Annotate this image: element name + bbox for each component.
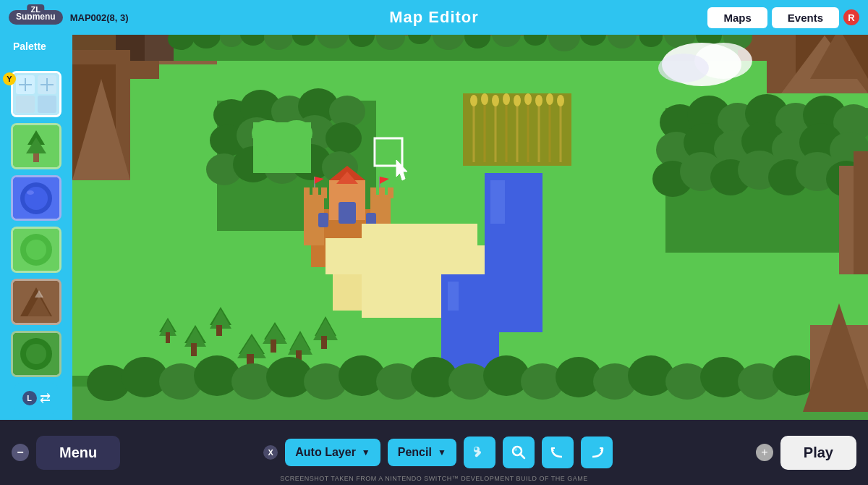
svg-point-100 [481, 93, 488, 105]
auto-layer-label: Auto Layer [295, 446, 356, 459]
svg-rect-112 [312, 187, 318, 198]
palette-item-tree[interactable] [11, 123, 61, 169]
top-tree-row [72, 35, 767, 61]
swap-icon: ⇄ [40, 390, 51, 406]
top-right-area: Maps Events R [707, 7, 859, 28]
tool-button-3[interactable] [542, 436, 574, 468]
svg-rect-3 [16, 96, 35, 113]
palette-sidebar: Y Palette [0, 35, 72, 420]
svg-point-103 [514, 95, 521, 106]
palette-item-grass-circle[interactable] [11, 227, 61, 273]
y-badge: Y [3, 72, 16, 85]
svg-rect-4 [38, 96, 56, 113]
svg-point-74 [329, 96, 365, 127]
bottom-bar: − Menu X Auto Layer ▼ Pencil ▼ [0, 420, 868, 485]
svg-point-61 [658, 54, 709, 83]
chevron-down-icon-2: ▼ [438, 447, 446, 457]
svg-rect-12 [33, 153, 39, 162]
svg-rect-116 [388, 187, 393, 198]
minus-icon: − [12, 444, 29, 461]
svg-rect-114 [370, 187, 376, 198]
svg-rect-120 [318, 213, 328, 227]
maps-button[interactable]: Maps [707, 7, 767, 28]
screenshot-notice: SCREENSHOT TAKEN FROM A NINTENDO SWITCH™… [280, 475, 588, 482]
svg-rect-113 [321, 187, 327, 198]
svg-point-101 [492, 95, 499, 106]
bottom-left: − Menu [12, 436, 120, 470]
events-button[interactable]: Events [772, 7, 839, 28]
svg-point-26 [26, 344, 46, 364]
svg-point-105 [535, 95, 542, 106]
svg-rect-177 [271, 340, 276, 353]
top-bar: ZL Submenu MAP002(8, 3) Map Editor Maps … [0, 0, 868, 35]
pencil-dropdown[interactable]: Pencil ▼ [388, 439, 456, 466]
page-title: Map Editor [389, 8, 479, 27]
crops-area [463, 93, 571, 166]
svg-point-215 [475, 447, 477, 450]
auto-layer-dropdown[interactable]: Auto Layer ▼ [285, 439, 380, 466]
palette-item-water[interactable] [11, 175, 61, 222]
map-canvas[interactable] [72, 35, 868, 420]
svg-rect-183 [321, 336, 327, 349]
svg-point-19 [26, 240, 46, 260]
bottom-right: + Play [756, 436, 856, 470]
palette-label: Palette [13, 41, 46, 52]
svg-point-16 [27, 190, 34, 195]
svg-rect-137 [490, 180, 505, 224]
svg-rect-111 [304, 187, 310, 198]
palette-item-mountain[interactable] [11, 279, 61, 325]
svg-point-102 [503, 93, 510, 105]
tool-button-4[interactable] [581, 436, 613, 468]
svg-rect-122 [339, 202, 356, 224]
svg-rect-133 [326, 238, 369, 274]
menu-button[interactable]: Menu [36, 436, 120, 470]
palette-item-snow-tree[interactable] [11, 71, 61, 117]
play-button[interactable]: Play [780, 436, 856, 470]
svg-rect-162 [854, 151, 868, 274]
pencil-label: Pencil [398, 446, 432, 459]
svg-point-79 [326, 122, 362, 154]
chevron-down-icon: ▼ [362, 447, 370, 457]
tool-button-2[interactable] [503, 436, 535, 468]
palette-item-grass-dark[interactable] [11, 331, 61, 377]
plus-icon: + [756, 444, 773, 461]
svg-point-107 [557, 95, 564, 106]
palette-swap-button[interactable]: L ⇄ [14, 383, 58, 414]
svg-point-218 [514, 448, 517, 451]
svg-rect-115 [379, 187, 385, 198]
svg-point-99 [470, 95, 477, 106]
map-coordinates: MAP002(8, 3) [70, 12, 129, 23]
svg-rect-165 [166, 332, 170, 343]
undo-icon [549, 444, 566, 461]
x-badge: X [263, 445, 278, 460]
svg-rect-168 [191, 343, 197, 356]
magnify-icon [510, 444, 527, 461]
redo-icon [588, 444, 605, 461]
center-controls: X Auto Layer ▼ Pencil ▼ [263, 436, 613, 468]
svg-rect-171 [216, 325, 222, 336]
svg-point-15 [25, 187, 48, 210]
wrench-icon [471, 444, 488, 461]
l-badge: L [22, 391, 37, 405]
svg-point-104 [524, 93, 532, 105]
svg-point-106 [546, 93, 553, 105]
zl-badge: ZL [27, 4, 44, 14]
right-forest [652, 94, 868, 253]
svg-rect-138 [448, 282, 459, 311]
svg-line-217 [520, 454, 524, 458]
r-badge: R [843, 9, 859, 25]
submenu-button[interactable]: ZL Submenu [9, 10, 63, 25]
top-left-area: ZL Submenu MAP002(8, 3) [9, 10, 129, 25]
tool-button-1[interactable] [464, 436, 495, 468]
